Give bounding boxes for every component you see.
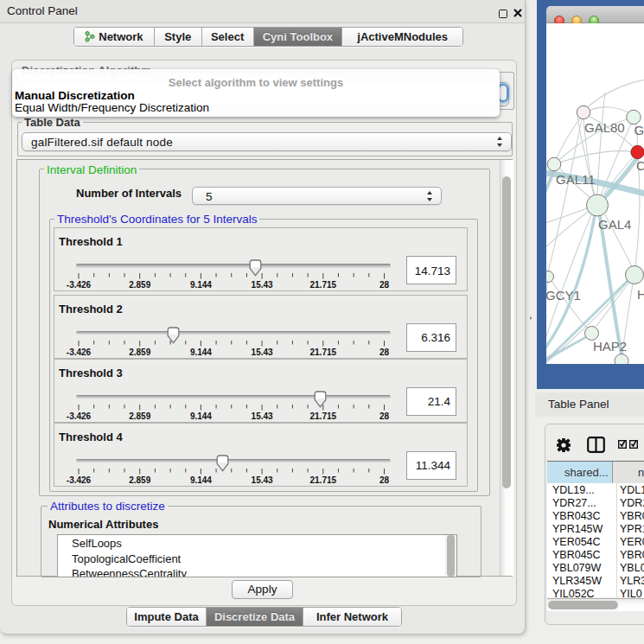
- svg-text:2.859: 2.859: [129, 348, 150, 357]
- svg-text:9.144: 9.144: [190, 475, 212, 485]
- svg-text:H: H: [637, 287, 644, 302]
- svg-text:28: 28: [379, 348, 390, 357]
- svg-text:GA: GA: [634, 123, 644, 137]
- svg-text:21.715: 21.715: [310, 475, 337, 485]
- svg-text:9.144: 9.144: [190, 280, 212, 290]
- svg-text:28: 28: [379, 475, 390, 485]
- svg-text:21.715: 21.715: [310, 411, 337, 421]
- svg-text:-3.426: -3.426: [67, 475, 92, 485]
- svg-text:GCY1: GCY1: [546, 288, 581, 303]
- svg-text:28: 28: [379, 280, 390, 290]
- svg-text:21.715: 21.715: [310, 280, 337, 290]
- svg-text:C: C: [636, 158, 644, 173]
- svg-text:9.144: 9.144: [190, 411, 212, 421]
- svg-text:-3.426: -3.426: [67, 411, 92, 421]
- svg-text:GAL80: GAL80: [584, 120, 625, 135]
- svg-text:21.715: 21.715: [310, 348, 337, 357]
- svg-text:28: 28: [379, 411, 390, 421]
- svg-text:2.859: 2.859: [129, 411, 150, 421]
- svg-text:GAL4: GAL4: [598, 217, 631, 232]
- svg-text:HAP2: HAP2: [593, 339, 627, 354]
- svg-text:-3.426: -3.426: [67, 280, 92, 290]
- svg-text:GAL11: GAL11: [556, 172, 596, 187]
- svg-text:15.43: 15.43: [252, 475, 273, 485]
- svg-text:15.43: 15.43: [252, 411, 273, 421]
- svg-text:2.859: 2.859: [129, 280, 150, 290]
- svg-text:9.144: 9.144: [190, 348, 212, 357]
- svg-text:15.43: 15.43: [252, 280, 273, 290]
- svg-text:15.43: 15.43: [252, 348, 273, 357]
- svg-text:-3.426: -3.426: [67, 348, 92, 357]
- svg-text:2.859: 2.859: [129, 475, 150, 485]
